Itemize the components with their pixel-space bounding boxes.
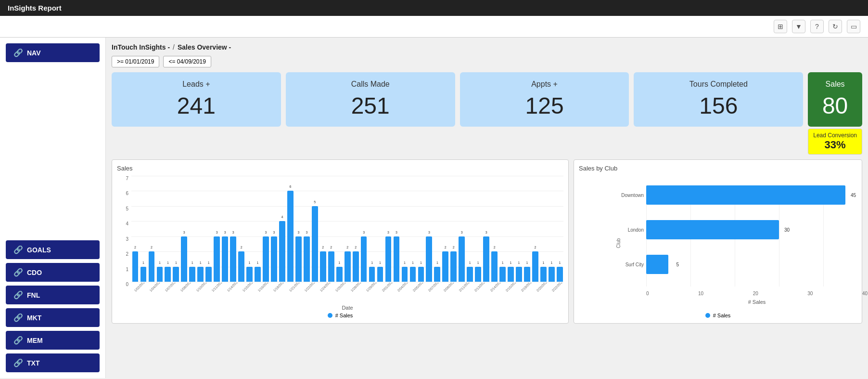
nav-button[interactable]: 🔗 NAV bbox=[6, 43, 100, 62]
mkt-button[interactable]: 🔗 MKT bbox=[6, 308, 100, 327]
tours-card-value: 156 bbox=[639, 92, 797, 119]
export-icon[interactable]: ⊞ bbox=[774, 20, 787, 33]
fnl-button[interactable]: 🔗 FNL bbox=[6, 286, 100, 304]
bar-value-label: 6 bbox=[289, 185, 291, 188]
sales-card[interactable]: Sales 80 bbox=[808, 72, 862, 127]
bar-rect bbox=[312, 206, 318, 282]
bar-rect bbox=[132, 251, 139, 282]
bar-value-label: 3 bbox=[183, 231, 185, 234]
bar-rect bbox=[402, 267, 408, 282]
bar-rect bbox=[369, 267, 375, 282]
bar-value-label: 2 bbox=[445, 246, 447, 249]
club-chart-legend: # Sales bbox=[579, 313, 857, 318]
bar-col: 1 bbox=[172, 176, 180, 282]
bar-value-label: 3 bbox=[363, 231, 365, 234]
mem-label: MEM bbox=[27, 337, 43, 344]
sidebar: 🔗 NAV 🔗 GOALS 🔗 CDO 🔗 FNL 🔗 MKT 🔗 MEM 🔗 … bbox=[0, 38, 106, 378]
txt-button[interactable]: 🔗 TXT bbox=[6, 353, 100, 372]
club-bar-chart: Downtown45London30Surf City5010203040# S… bbox=[579, 176, 857, 311]
date-filter-row: >= 01/01/2019 <= 04/09/2019 bbox=[112, 56, 862, 67]
bar-rect bbox=[295, 236, 302, 282]
bar-col: 1 bbox=[523, 176, 531, 282]
bar-rect bbox=[434, 267, 440, 282]
bar-col: 3 bbox=[393, 176, 400, 282]
club-yaxis-label: Club bbox=[616, 238, 621, 248]
bar-rect bbox=[508, 267, 514, 282]
filter-icon[interactable]: ▼ bbox=[792, 20, 805, 33]
bar-value-label: 1 bbox=[200, 261, 202, 264]
bar-col: 2 bbox=[238, 176, 245, 282]
bar-col: 6 bbox=[286, 176, 294, 282]
refresh-icon[interactable]: ↻ bbox=[829, 20, 842, 33]
bar-rect bbox=[271, 236, 277, 282]
bar-value-label: 3 bbox=[461, 231, 463, 234]
bar-value-label: 1 bbox=[469, 261, 471, 264]
bar-col: 1 bbox=[515, 176, 523, 282]
bar-value-label: 2 bbox=[322, 246, 324, 249]
bar-rect bbox=[214, 236, 220, 282]
club-bar-row: Surf City5 bbox=[646, 255, 857, 274]
leads-card[interactable]: Leads + 241 bbox=[112, 72, 281, 127]
club-bar-rect: 5 bbox=[646, 255, 668, 274]
bar-value-label: 1 bbox=[371, 261, 373, 264]
calls-card-title: Calls Made bbox=[292, 80, 449, 89]
sales-card-value: 80 bbox=[814, 92, 856, 119]
appts-card-title: Appts + bbox=[466, 80, 624, 89]
club-bar-value: 45 bbox=[851, 193, 856, 198]
bar-rect bbox=[320, 251, 326, 282]
bar-col: 1 bbox=[556, 176, 563, 282]
club-bar-label: Surf City bbox=[613, 262, 644, 267]
leads-card-value: 241 bbox=[117, 92, 275, 119]
tray-icon[interactable]: ▭ bbox=[847, 20, 860, 33]
club-chart-box: Sales by Club Downtown45London30Surf Cit… bbox=[574, 159, 862, 324]
leads-card-title: Leads + bbox=[117, 80, 275, 89]
bar-col: 1 bbox=[189, 176, 196, 282]
bar-value-label: 3 bbox=[224, 231, 226, 234]
bar-col: 2 bbox=[131, 176, 139, 282]
bar-col: 5 bbox=[311, 176, 319, 282]
lead-conversion-title: Lead Conversion bbox=[813, 132, 857, 139]
cdo-button[interactable]: 🔗 CDO bbox=[6, 263, 100, 282]
sales-xaxis-label: Date bbox=[131, 305, 563, 311]
bar-col: 3 bbox=[230, 176, 237, 282]
date-end-filter[interactable]: <= 04/09/2019 bbox=[163, 56, 211, 67]
bar-value-label: 1 bbox=[518, 261, 520, 264]
bar-col: 1 bbox=[254, 176, 262, 282]
bar-value-label: 5 bbox=[314, 200, 316, 204]
bar-value-label: 1 bbox=[420, 261, 422, 264]
bar-rect bbox=[377, 267, 383, 282]
mem-button[interactable]: 🔗 MEM bbox=[6, 331, 100, 350]
bar-col: 3 bbox=[294, 176, 302, 282]
help-icon[interactable]: ? bbox=[810, 20, 824, 33]
date-start-filter[interactable]: >= 01/01/2019 bbox=[112, 56, 159, 67]
bar-rect bbox=[475, 267, 481, 282]
calls-card[interactable]: Calls Made 251 bbox=[286, 72, 455, 127]
appts-card[interactable]: Appts + 125 bbox=[460, 72, 629, 127]
breadcrumb-root[interactable]: InTouch InSights - bbox=[112, 43, 170, 51]
bar-value-label: 1 bbox=[379, 261, 381, 264]
sales-chart-title: Sales bbox=[117, 165, 563, 172]
bar-rect bbox=[532, 251, 538, 282]
bar-rect bbox=[304, 236, 310, 282]
club-bar-label: Downtown bbox=[613, 193, 644, 198]
bar-col: 1 bbox=[401, 176, 408, 282]
bar-col: 2 bbox=[450, 176, 458, 282]
bar-rect bbox=[491, 251, 498, 282]
goals-button[interactable]: 🔗 GOALS bbox=[6, 240, 100, 259]
bar-rect bbox=[189, 267, 195, 282]
bar-rect bbox=[149, 251, 155, 282]
bar-rect bbox=[230, 236, 236, 282]
bar-col: 3 bbox=[303, 176, 310, 282]
fnl-label: FNL bbox=[27, 291, 40, 299]
mkt-link-icon: 🔗 bbox=[13, 313, 23, 322]
breadcrumb-current[interactable]: Sales Overview - bbox=[178, 43, 231, 51]
bar-rect bbox=[287, 191, 294, 282]
main-panel: InTouch InSights - / Sales Overview - >=… bbox=[106, 38, 868, 378]
bar-value-label: 3 bbox=[387, 231, 389, 234]
tours-card[interactable]: Tours Completed 156 bbox=[634, 72, 803, 127]
toolbar: ⊞ ▼ ? ↻ ▭ bbox=[0, 16, 868, 38]
club-bar-value: 30 bbox=[784, 227, 790, 233]
bar-value-label: 1 bbox=[208, 261, 210, 264]
bar-rect bbox=[263, 236, 269, 282]
bar-col: 1 bbox=[507, 176, 515, 282]
